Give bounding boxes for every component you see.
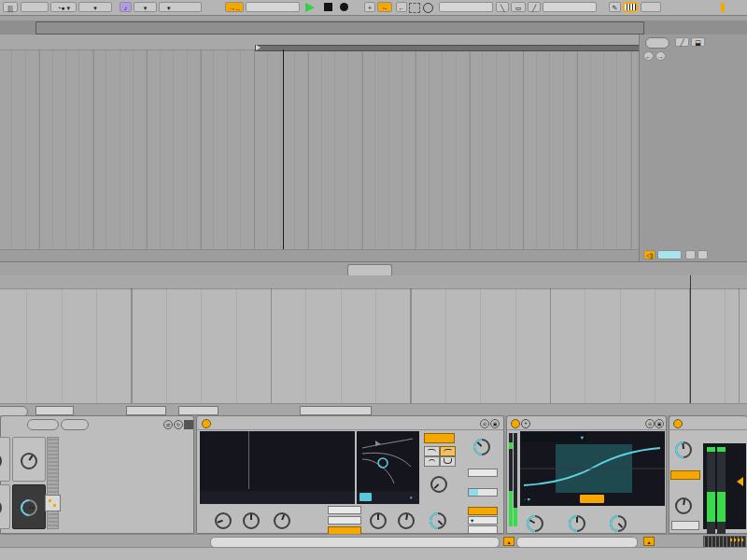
loop-button[interactable]: ▭: [511, 2, 526, 12]
new-button[interactable]: +: [364, 2, 375, 12]
filter-type-lowpass[interactable]: [424, 446, 440, 456]
device-on-led[interactable]: [202, 419, 211, 428]
macro-knob-clipped-1[interactable]: [0, 437, 10, 482]
key-map-button[interactable]: [641, 2, 661, 12]
loop-start-position[interactable]: [439, 2, 493, 12]
fx-toggle[interactable]: [359, 493, 372, 501]
ramp-min-value[interactable]: [126, 406, 166, 415]
time-signature[interactable]: [21, 2, 49, 12]
randomize-value[interactable]: [35, 406, 74, 415]
hold-knob[interactable]: [234, 505, 268, 537]
decay-knob[interactable]: [265, 505, 299, 537]
threshold-meter[interactable]: [703, 443, 746, 529]
saturator-title-bar[interactable]: ▼ ⊘ ▣: [507, 416, 666, 430]
macro-knob-clipped-2[interactable]: [0, 484, 10, 529]
freq-knob[interactable]: [421, 505, 455, 537]
filter-type-bandpass[interactable]: [424, 456, 440, 467]
filter-type-highpass[interactable]: [440, 446, 456, 456]
set-button[interactable]: [645, 37, 669, 49]
filter-toggle[interactable]: [424, 433, 455, 443]
save-icon[interactable]: ▣: [490, 419, 500, 428]
metronome-button[interactable]: ◔● ▾: [50, 2, 77, 12]
time-ruler[interactable]: [0, 249, 639, 261]
save-icon[interactable]: ▣: [655, 419, 664, 428]
output-knob[interactable]: [667, 441, 700, 466]
arrangement-overdub-button[interactable]: ◦-: [377, 2, 392, 12]
loop-start-marker[interactable]: [256, 45, 261, 50]
playback-speed[interactable]: [657, 250, 682, 259]
draw-mode-button[interactable]: ✎: [609, 2, 621, 12]
rack-map-button[interactable]: [61, 419, 89, 430]
fold-icon[interactable]: ▼: [521, 419, 530, 428]
arrangement-position[interactable]: [246, 2, 300, 12]
key-field[interactable]: [468, 469, 498, 477]
fx-dropdown-arrow[interactable]: ▾: [410, 491, 413, 504]
deviation-value[interactable]: [300, 406, 372, 415]
volume-knob[interactable]: [461, 431, 502, 463]
simpler-title-bar[interactable]: ⊘ ▣: [197, 416, 503, 430]
overview-viewport[interactable]: [35, 21, 644, 35]
editor-beat-ruler[interactable]: [0, 275, 747, 289]
save-preset-icon[interactable]: [184, 420, 193, 429]
zoom-width-button[interactable]: [698, 250, 708, 259]
computer-midi-keyboard-button[interactable]: [623, 2, 638, 12]
play-button[interactable]: [305, 3, 315, 12]
arrangement-overview[interactable]: [0, 21, 747, 35]
lock-envelopes-button[interactable]: ⬓: [691, 37, 705, 47]
macro-variations-icon[interactable]: ↻: [174, 420, 183, 429]
color-toggle[interactable]: [580, 495, 604, 503]
threshold-handle[interactable]: [737, 477, 743, 486]
ramp-max-value[interactable]: [178, 406, 218, 415]
filter-display[interactable]: ▾: [357, 431, 419, 504]
quantize-menu[interactable]: ▾: [78, 2, 112, 12]
mod-source[interactable]: [468, 507, 498, 515]
punch-in-button[interactable]: ╲: [496, 2, 509, 12]
draw-region-icon[interactable]: [409, 3, 420, 13]
transp-value[interactable]: [328, 506, 361, 514]
hot-swap-icon[interactable]: ⊘: [645, 419, 655, 428]
follow-button[interactable]: →‥: [225, 2, 244, 12]
device-on-led[interactable]: [511, 419, 520, 428]
prev-marker-button[interactable]: ←: [643, 51, 654, 61]
detune-value[interactable]: [328, 516, 361, 525]
arrangement-timeline[interactable]: [0, 35, 639, 261]
speaker-icon[interactable]: ◁): [643, 250, 655, 259]
hot-swap-icon[interactable]: ⊘: [480, 419, 489, 428]
chain-selector-grid[interactable]: [45, 495, 61, 511]
scale-root-menu[interactable]: ▾: [134, 2, 157, 12]
waveform-display[interactable]: [200, 431, 355, 504]
mod-dest-menu[interactable]: ▾: [468, 516, 498, 525]
release-auto-toggle[interactable]: [671, 521, 699, 530]
next-marker-button[interactable]: →: [655, 51, 666, 61]
velvol-value[interactable]: [468, 488, 498, 497]
release-knob[interactable]: [667, 497, 700, 522]
maximize-toggle[interactable]: [670, 470, 700, 480]
stop-button[interactable]: [324, 3, 332, 11]
res-knob[interactable]: [422, 469, 456, 500]
tab-bar-icon[interactable]: |||: [3, 2, 18, 12]
device-nav-left[interactable]: ▲: [503, 537, 514, 546]
draw-automation-button[interactable]: ╱: [675, 37, 689, 47]
scale-name-menu[interactable]: ▾: [159, 2, 202, 12]
shaper-display[interactable]: ▾ ◦ ▾: [520, 431, 665, 506]
limiter-title-bar[interactable]: [669, 416, 747, 430]
time-knob[interactable]: [389, 505, 423, 537]
punch-out-button[interactable]: ╱: [528, 2, 541, 12]
device-nav-right[interactable]: ▲: [643, 537, 655, 546]
mod-amount[interactable]: [468, 525, 498, 534]
rack-rand-button[interactable]: [27, 419, 59, 430]
macro-knob-boom-amount[interactable]: [12, 437, 46, 482]
record-button[interactable]: [340, 3, 348, 11]
hot-swap-icon[interactable]: ⇄: [163, 420, 173, 429]
scale-icon[interactable]: ♪: [120, 2, 132, 12]
loop-region[interactable]: [255, 45, 639, 51]
back-to-arrangement-button[interactable]: ←: [396, 2, 407, 12]
clip-mode-menu[interactable]: ◦ ▾: [524, 496, 530, 502]
follow-circle-icon[interactable]: [423, 3, 433, 13]
macro-knob-volume[interactable]: [12, 484, 46, 529]
loop-length[interactable]: [543, 2, 597, 12]
filter-type-notch[interactable]: [440, 456, 456, 467]
device-on-led[interactable]: [673, 419, 683, 428]
pad-overview-strip[interactable]: [47, 437, 59, 529]
zoom-height-button[interactable]: [685, 250, 696, 259]
